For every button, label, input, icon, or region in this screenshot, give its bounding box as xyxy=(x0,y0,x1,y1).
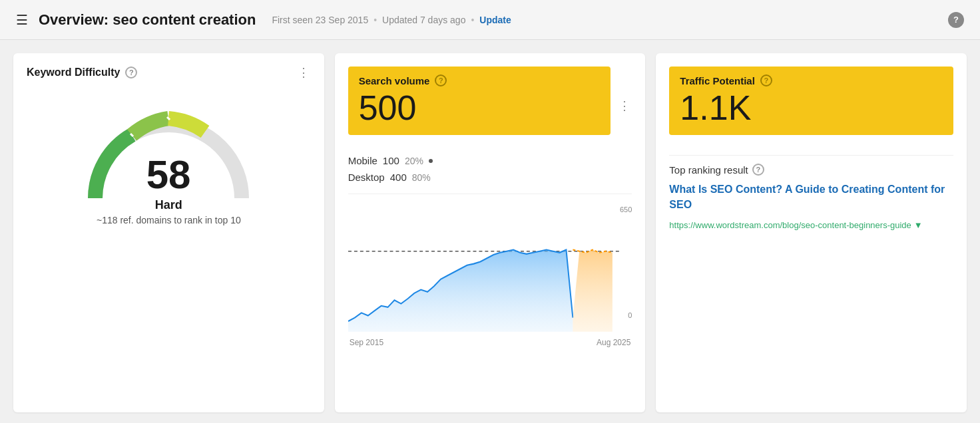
kd-gauge-wrapper: 58 xyxy=(75,98,262,198)
sv-mobile-percent: 20% xyxy=(405,156,423,166)
tp-title: Traffic Potential xyxy=(680,75,755,86)
search-volume-card: Search volume ? 500 ⋮ Mobile 100 20% Des… xyxy=(335,53,646,412)
tp-ranking-help-icon[interactable]: ? xyxy=(752,164,764,176)
tp-ranking-url[interactable]: https://www.wordstream.com/blog/seo-cont… xyxy=(669,219,953,232)
tp-url-dropdown-icon[interactable]: ▼ xyxy=(914,219,923,232)
chart-x-start: Sep 2015 xyxy=(350,338,383,347)
kd-title-row: Keyword Difficulty ? xyxy=(27,67,137,78)
first-seen-text: First seen 23 Sep 2015 xyxy=(272,15,368,25)
tp-yellow-box: Traffic Potential ? 1.1K xyxy=(669,67,953,135)
sv-stats: Mobile 100 20% Desktop 400 80% xyxy=(348,155,632,183)
kd-more-menu[interactable]: ⋮ xyxy=(298,67,311,78)
page-title: Overview: seo content creation xyxy=(39,11,256,29)
kd-score-label: Hard xyxy=(155,198,182,212)
header: ☰ Overview: seo content creation First s… xyxy=(0,0,980,40)
sv-desktop-label: Desktop xyxy=(348,172,385,183)
sv-yellow-box: Search volume ? 500 xyxy=(348,67,611,135)
sv-card-header: Search volume ? 500 ⋮ xyxy=(348,67,632,144)
sv-divider xyxy=(348,194,632,194)
sv-desktop-percent: 80% xyxy=(412,172,431,183)
header-meta: First seen 23 Sep 2015 • Updated 7 days … xyxy=(272,15,511,25)
sv-value: 500 xyxy=(359,89,601,127)
menu-icon[interactable]: ☰ xyxy=(16,12,28,28)
dot-2: • xyxy=(471,15,474,25)
chart-y-top-label: 650 xyxy=(620,206,632,213)
kd-card-header: Keyword Difficulty ? ⋮ xyxy=(27,67,311,78)
kd-help-icon[interactable]: ? xyxy=(125,67,137,78)
update-link[interactable]: Update xyxy=(479,15,511,25)
kd-title: Keyword Difficulty xyxy=(27,67,120,78)
keyword-difficulty-card: Keyword Difficulty ? ⋮ xyxy=(13,53,324,412)
sv-mobile-row: Mobile 100 20% xyxy=(348,155,632,166)
chart-x-end: Aug 2025 xyxy=(597,338,630,347)
tp-help-icon[interactable]: ? xyxy=(760,74,772,86)
tp-card-header: Traffic Potential ? 1.1K xyxy=(669,67,953,144)
dot-1: • xyxy=(373,15,377,25)
kd-gauge-container: 58 Hard ~118 ref. domains to rank in top… xyxy=(27,98,311,225)
tp-url-text: https://www.wordstream.com/blog/seo-cont… xyxy=(669,219,911,232)
tp-ranking-link[interactable]: What Is SEO Content? A Guide to Creating… xyxy=(669,182,953,212)
sv-separator-dot xyxy=(429,159,433,163)
kd-gauge-svg: 58 xyxy=(75,98,262,198)
sv-help-icon[interactable]: ? xyxy=(435,74,447,86)
sv-desktop-row: Desktop 400 80% xyxy=(348,172,632,183)
updated-text: Updated 7 days ago xyxy=(382,15,465,25)
sv-title: Search volume xyxy=(359,75,430,86)
tp-top-ranking-label: Top ranking result ? xyxy=(669,164,953,176)
sv-mobile-label: Mobile xyxy=(348,155,377,166)
chart-x-labels: Sep 2015 Aug 2025 xyxy=(348,338,632,347)
sv-mobile-value: 100 xyxy=(383,155,399,166)
sv-chart-area: 650 xyxy=(348,202,632,335)
tp-value: 1.1K xyxy=(680,89,943,127)
sv-title-row: Search volume ? xyxy=(359,74,601,86)
header-help-icon[interactable]: ? xyxy=(948,12,964,28)
sv-more-menu[interactable]: ⋮ xyxy=(618,100,632,112)
sv-desktop-value: 400 xyxy=(390,172,407,183)
svg-text:58: 58 xyxy=(146,152,191,197)
kd-sublabel: ~118 ref. domains to rank in top 10 xyxy=(97,215,241,225)
tp-ranking-text: Top ranking result xyxy=(669,164,748,176)
tp-title-row: Traffic Potential ? xyxy=(680,74,943,86)
sv-chart-svg xyxy=(348,202,632,335)
main-content: Keyword Difficulty ? ⋮ xyxy=(0,40,980,423)
tp-divider xyxy=(669,155,953,156)
traffic-potential-card: Traffic Potential ? 1.1K Top ranking res… xyxy=(656,53,967,412)
chart-y-bottom-label: 0 xyxy=(628,311,632,319)
